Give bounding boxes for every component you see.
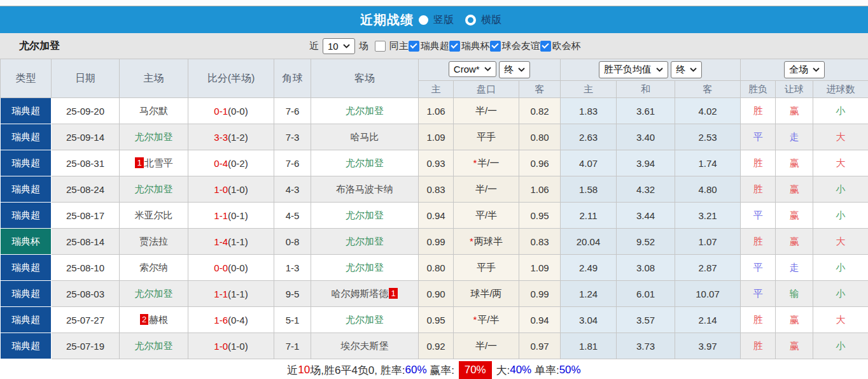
goals-result-cell: 小 (813, 255, 868, 281)
subcol-asia-home: 主 (419, 81, 454, 98)
corners-cell: 1-3 (274, 255, 311, 281)
table-row: 瑞典超25-08-17米亚尔比1-1(0-1)4-5尤尔加登0.94平/半0.9… (1, 203, 868, 229)
subcol-handicap: 盘口 (454, 81, 519, 98)
red-card-badge: 1 (389, 288, 397, 299)
corners-cell: 7-6 (274, 150, 311, 176)
league-label-2: 球会友谊 (502, 40, 540, 52)
scope-select[interactable]: 全场 (784, 61, 825, 78)
fulltime-score: 1-0 (214, 341, 228, 352)
home-team-name: 尤尔加登 (135, 340, 173, 351)
away-team-cell: 尤尔加登 (311, 150, 419, 176)
away-team-name: 埃尔夫斯堡 (341, 340, 389, 351)
score-cell: 3-3(1-2) (188, 124, 274, 150)
home-team-cell: 米亚尔比 (120, 203, 188, 229)
asia-handicap-cell: *平/半 (454, 307, 519, 333)
asia-home-odds: 0.99 (419, 229, 454, 255)
asia-away-odds: 0.80 (519, 124, 561, 150)
table-row: 瑞典杯25-08-14贾法拉1-4(1-1)0-8尤尔加登0.99*两球半0.8… (1, 229, 868, 255)
handicap-result-cell: 赢 (776, 98, 813, 124)
home-team-cell: 索尔纳 (120, 255, 188, 281)
halftime-score: (1-1) (228, 236, 248, 247)
corners-cell: 7-1 (274, 333, 311, 359)
handicap-result-cell: 赢 (776, 176, 813, 203)
table-row: 瑞典超25-07-272赫根1-6(0-4)5-1尤尔加登0.95*平/半0.9… (1, 307, 868, 333)
handicap-star-icon: * (473, 314, 477, 325)
asia-away-odds: 1.09 (519, 255, 561, 281)
euro-away-odds: 2.14 (675, 307, 741, 333)
handicap-line: 半/一 (475, 105, 497, 116)
match-count-select[interactable]: 10 (323, 38, 355, 54)
home-team-cell: 1北雪平 (120, 150, 188, 176)
away-team-name: 布洛马波卡纳 (336, 183, 393, 194)
score-cell: 0-0(0-0) (188, 255, 274, 281)
euro-away-odds: 4.02 (675, 98, 741, 124)
euro-draw-odds: 3.44 (617, 203, 675, 229)
chevron-down-icon (813, 68, 820, 72)
wdl-result-cell: 平 (741, 203, 776, 229)
euro-odds-state-select[interactable]: 终 (671, 61, 702, 78)
halftime-score: (1-0) (228, 184, 248, 195)
league-checkbox-0[interactable] (409, 41, 419, 52)
home-team-cell: 尤尔加登 (120, 124, 188, 150)
odds-company-select[interactable]: Crow* (449, 61, 496, 77)
goals-result-cell: 小 (813, 333, 868, 359)
fulltime-score: 1-4 (214, 236, 228, 247)
table-header-row-1: 类型 日期 主场 比分(半场) 角球 客场 Crow* 终 胜平负均值 (1, 59, 868, 81)
home-team-name: 北雪平 (144, 157, 173, 168)
same-home-label: 同主 (389, 40, 409, 52)
col-header-home: 主场 (120, 59, 188, 98)
home-team-cell: 2赫根 (120, 307, 188, 333)
match-type-cell: 瑞典超 (1, 176, 52, 203)
wdl-average-select[interactable]: 胜平负均值 (599, 61, 668, 78)
summary-bar: 近10场,胜6平4负0, 胜率:60% 赢率: 70% 大:40% 单率:50% (0, 359, 868, 379)
asia-handicap-cell: 球半/两 (454, 281, 519, 307)
results-tbody: 瑞典超25-09-20马尔默0-1(0-0)7-6尤尔加登1.06半/一0.82… (1, 98, 868, 359)
match-type-cell: 瑞典杯 (1, 229, 52, 255)
vertical-layout-label[interactable]: 竖版 (433, 13, 454, 27)
summary-segment: 场,胜6平4负0, 胜率: (310, 363, 405, 378)
handicap-result-cell: 走 (776, 124, 813, 150)
match-type-cell: 瑞典超 (1, 124, 52, 150)
goals-result-cell: 小 (813, 203, 868, 229)
halftime-score: (0-4) (228, 315, 248, 325)
score-cell: 1-0(1-0) (188, 176, 274, 203)
match-type-cell: 瑞典超 (1, 255, 52, 281)
wdl-result-cell: 胜 (741, 229, 776, 255)
summary-segment: 10 (298, 364, 310, 376)
summary-segment: 赢率: (427, 363, 458, 378)
score-cell: 1-6(0-4) (188, 307, 274, 333)
handicap-result-cell: 走 (776, 255, 813, 281)
euro-away-odds: 10.07 (675, 281, 741, 307)
goals-result-cell: 大 (813, 150, 868, 176)
away-team-cell: 尤尔加登 (311, 98, 419, 124)
wdl-result-cell: 胜 (741, 150, 776, 176)
league-checkbox-3[interactable] (540, 41, 551, 52)
euro-odds-state-value: 终 (676, 64, 685, 76)
league-checkbox-1[interactable] (449, 41, 460, 52)
euro-draw-odds: 9.52 (617, 229, 675, 255)
euro-draw-odds: 6.01 (617, 281, 675, 307)
horizontal-layout-label[interactable]: 横版 (481, 13, 501, 27)
odds-company-value: Crow* (454, 64, 480, 75)
asia-home-odds: 0.83 (419, 176, 454, 203)
away-team-name: 哈尔姆斯塔德 (331, 288, 388, 299)
handicap-line: 半/一 (475, 340, 497, 351)
home-team-cell: 尤尔加登 (120, 176, 188, 203)
halftime-score: (0-2) (228, 158, 248, 169)
halftime-score: (0-1) (228, 210, 248, 221)
away-team-name: 尤尔加登 (346, 105, 384, 116)
euro-away-odds: 3.21 (675, 203, 741, 229)
summary-segment: 大: (493, 363, 510, 378)
asia-home-odds: 0.80 (419, 255, 454, 281)
handicap-result-cell: 赢 (776, 203, 813, 229)
asia-odds-state-select[interactable]: 终 (499, 61, 530, 78)
league-checkbox-2[interactable] (490, 41, 501, 52)
euro-odds-header: 胜平负均值 终 (561, 59, 741, 81)
vertical-layout-radio[interactable] (419, 15, 428, 25)
red-card-badge: 2 (140, 314, 148, 325)
asia-away-odds: 0.83 (519, 229, 561, 255)
match-date-cell: 25-09-20 (52, 98, 120, 124)
same-home-checkbox[interactable] (375, 41, 386, 52)
horizontal-layout-radio[interactable] (465, 15, 476, 25)
match-type-cell: 瑞典超 (1, 98, 52, 124)
